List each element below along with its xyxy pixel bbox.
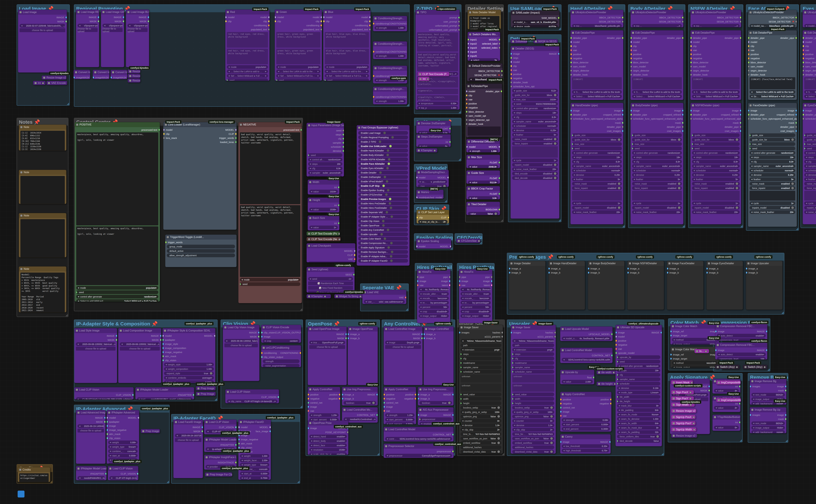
noise-mask-widget[interactable]: noise_maskenabled bbox=[804, 182, 816, 186]
input-port[interactable] bbox=[630, 118, 632, 120]
collapse-toggle-icon[interactable] bbox=[375, 88, 377, 90]
input-port[interactable] bbox=[570, 114, 572, 116]
widget-prev-icon[interactable]: ◀ bbox=[310, 167, 311, 169]
seed-widget[interactable]: ◀seed-1▶ bbox=[308, 277, 353, 281]
widget-prev-icon[interactable]: ◀ bbox=[110, 446, 111, 448]
bypass-toggle-knob[interactable] bbox=[387, 189, 389, 191]
collapse-toggle-icon[interactable] bbox=[673, 391, 675, 393]
output-port[interactable] bbox=[343, 150, 344, 152]
input-port[interactable] bbox=[615, 352, 617, 354]
output-port[interactable] bbox=[693, 423, 695, 424]
widget-next-icon[interactable]: ▶ bbox=[658, 369, 659, 371]
widget-prev-icon[interactable]: ◀ bbox=[693, 152, 695, 154]
input-port[interactable] bbox=[588, 268, 589, 269]
widget-prev-icon[interactable]: ◀ bbox=[469, 181, 471, 183]
input-port[interactable] bbox=[690, 41, 692, 43]
input-port[interactable] bbox=[570, 70, 572, 71]
conditioningstrength-node[interactable]: ConditioningStrength...conditioningCONDI… bbox=[373, 66, 407, 84]
collapse-toggle-icon[interactable] bbox=[263, 326, 265, 328]
steps-widget[interactable]: ◀steps18▶ bbox=[632, 155, 682, 159]
widget-prev-icon[interactable]: ◀ bbox=[634, 202, 635, 204]
input-port[interactable] bbox=[690, 49, 692, 51]
sampler-name-widget[interactable]: sampler_name bbox=[617, 377, 660, 381]
image-detailer-node[interactable]: Image Detailerimage_aimage_b bbox=[509, 261, 546, 310]
collapse-toggle-icon[interactable] bbox=[78, 468, 79, 470]
collapse-toggle-icon[interactable] bbox=[308, 233, 310, 235]
group-resize-handle[interactable] bbox=[796, 228, 798, 230]
enable-clip-skip-toggle-row[interactable]: Enable CLIP Skip bbox=[358, 184, 408, 188]
widget-next-icon[interactable]: ▶ bbox=[658, 418, 659, 420]
input-port[interactable] bbox=[748, 37, 749, 39]
output-port[interactable] bbox=[690, 398, 691, 400]
text-area[interactable]: [CONCAT] bbox=[632, 77, 682, 89]
collapse-toggle-icon[interactable] bbox=[418, 171, 420, 173]
negative-node[interactable]: NEGATIVEprocessed textbad quality, worst… bbox=[238, 122, 302, 303]
control-net-widget[interactable]: ◀control_net_ ...SDXL\control-lora-canny… bbox=[385, 437, 452, 441]
optimize-png-widget[interactable]: optimize_pngfalse bbox=[512, 415, 554, 418]
widget-prev-icon[interactable]: ◀ bbox=[693, 178, 695, 180]
input-port[interactable] bbox=[162, 335, 164, 337]
input-port[interactable] bbox=[630, 74, 632, 76]
collapse-toggle-icon[interactable] bbox=[714, 380, 716, 382]
widget-prev-icon[interactable]: ◀ bbox=[619, 387, 620, 389]
output-port[interactable] bbox=[610, 399, 612, 400]
enable-ip-adapter-faceid-toggle-row[interactable]: Enable IP-Adapter FaceID bbox=[358, 259, 408, 263]
widget-prev-icon[interactable]: ◀ bbox=[806, 178, 807, 180]
group-resize-handle[interactable] bbox=[65, 314, 68, 316]
quality-jpeg-or-webp-widget[interactable]: ◀quality_jpeg_or_webp100▶ bbox=[461, 410, 501, 414]
bypass-toggle-knob[interactable] bbox=[382, 220, 384, 222]
widget-next-icon[interactable]: ▶ bbox=[499, 411, 500, 413]
collapse-toggle-icon[interactable] bbox=[164, 330, 166, 332]
steps-widget[interactable]: ◀steps18▶ bbox=[512, 111, 558, 115]
input-port[interactable] bbox=[163, 137, 165, 139]
switch-any-node[interactable]: Switch (Any) bbox=[715, 365, 740, 369]
collapse-toggle-icon[interactable] bbox=[419, 409, 421, 411]
sampler-name-widget[interactable]: ◀sampler_nameeuler_ancestral▶ bbox=[804, 164, 816, 168]
collapse-toggle-icon[interactable] bbox=[673, 429, 675, 431]
text-area[interactable] bbox=[632, 191, 682, 201]
widget-next-icon[interactable]: ▶ bbox=[737, 25, 738, 27]
widget-prev-icon[interactable]: ◀ bbox=[634, 91, 635, 93]
note-node[interactable]: Note bbox=[19, 170, 66, 204]
widget-prev-icon[interactable]: ◀ bbox=[514, 349, 515, 351]
collapse-toggle-icon[interactable] bbox=[598, 371, 600, 373]
output-port[interactable] bbox=[369, 16, 371, 18]
input-port[interactable] bbox=[308, 402, 309, 404]
width-widget[interactable]: width bbox=[512, 397, 554, 401]
weight-faceidv2-widget[interactable]: ◀weight_faceidv22.00▶ bbox=[240, 458, 269, 462]
tile-height-widget[interactable]: tile_height bbox=[617, 399, 660, 403]
input-port[interactable] bbox=[667, 268, 668, 269]
seed-widget[interactable]: seed bbox=[572, 147, 622, 150]
enable-z-tipo-toggle-row[interactable]: Enable Z-TIPO bbox=[358, 140, 408, 144]
widget-prev-icon[interactable]: ◀ bbox=[673, 343, 675, 345]
ipadapter-model-loader-node[interactable]: IPAdapter Model LoaderIPADAPTER◀noobIPAM… bbox=[76, 466, 107, 480]
output-port[interactable] bbox=[554, 336, 556, 338]
text-area[interactable] bbox=[572, 191, 622, 201]
load-composition-image-node[interactable]: Load Composition ImageIMAGEMASK◀2025-09-… bbox=[118, 328, 161, 383]
enable-eyes-adetailer-toggle-row[interactable]: Enable Eyes ADetailer bbox=[358, 166, 408, 170]
steps-2ndsampler-node[interactable]: Steps 2ndSamplerint◀value6▶ bbox=[416, 134, 451, 147]
collapse-toggle-icon[interactable] bbox=[197, 393, 199, 395]
image-bodydetailer-node[interactable]: Image BodyDetailerimage_aimage_b bbox=[588, 261, 625, 310]
widget-next-icon[interactable]: ▶ bbox=[412, 414, 413, 416]
compression-removal-fbc-node[interactable]: Compression Removal FBC...imageIMAGE◀aut… bbox=[715, 342, 767, 360]
widget-prev-icon[interactable]: ◀ bbox=[751, 165, 752, 167]
credits-node[interactable]: Creditshttps://civitai.com/user/Legerdae… bbox=[18, 467, 50, 482]
bypass-toggle-knob[interactable] bbox=[384, 237, 386, 240]
bypass-toggle-knob[interactable] bbox=[391, 251, 393, 253]
collapse-toggle-icon[interactable] bbox=[469, 11, 471, 13]
clip-set-last-layer-node[interactable]: CLIP Set Last LayerclipCLIP◀stop_at_clip… bbox=[416, 210, 449, 223]
input-port[interactable] bbox=[373, 75, 374, 77]
widget-prev-icon[interactable]: ◀ bbox=[78, 296, 79, 298]
widget-prev-icon[interactable]: ◀ bbox=[693, 202, 695, 204]
output-port[interactable] bbox=[795, 114, 797, 116]
collapse-toggle-icon[interactable] bbox=[206, 421, 208, 423]
output-port[interactable] bbox=[42, 82, 44, 84]
widget-prev-icon[interactable]: ◀ bbox=[573, 211, 575, 213]
input-port[interactable] bbox=[323, 20, 325, 22]
output-port[interactable] bbox=[338, 222, 339, 224]
widget-prev-icon[interactable]: ◀ bbox=[806, 165, 807, 167]
widget-prev-icon[interactable]: ◀ bbox=[420, 221, 421, 223]
apply-controlnet-node[interactable]: Apply ControlNetpositivepositivenegative… bbox=[560, 392, 612, 432]
widget-prev-icon[interactable]: ◀ bbox=[715, 407, 717, 409]
